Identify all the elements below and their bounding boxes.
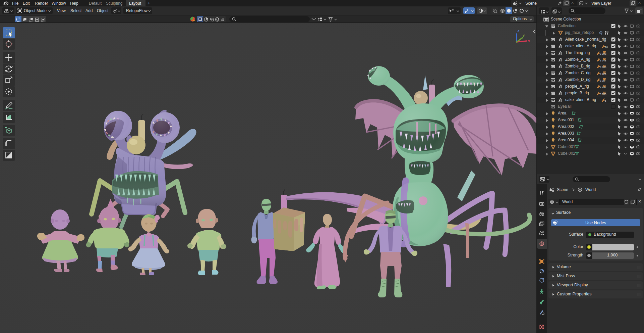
svg-text:z: z [518,29,520,33]
svg-text:x: x [528,39,530,43]
svg-text:y: y [523,33,525,37]
